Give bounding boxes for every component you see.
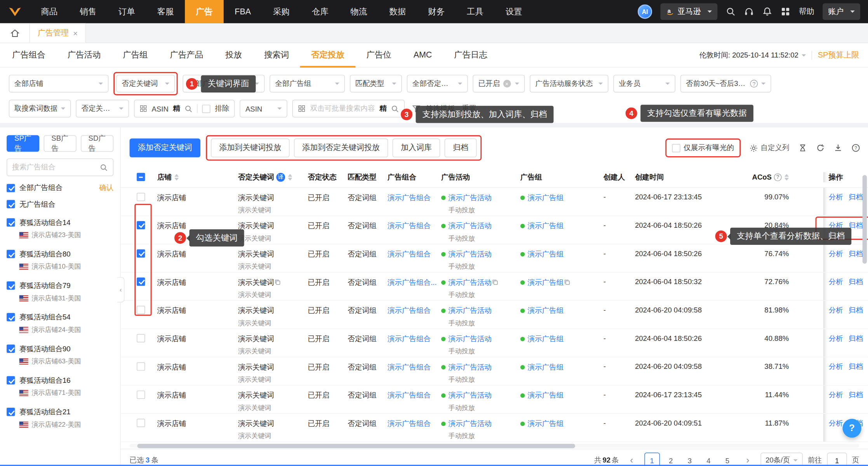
adgroup-link[interactable]: 演示广告组 bbox=[527, 306, 564, 316]
adgroup-link[interactable]: 演示广告组 bbox=[527, 334, 564, 344]
row-checkbox[interactable] bbox=[137, 362, 145, 370]
portfolio-link[interactable]: 演示广告组合 bbox=[388, 391, 431, 399]
filter-dropdown[interactable]: 匹配类型 bbox=[350, 75, 402, 93]
portfolio-checkbox[interactable] bbox=[7, 345, 15, 353]
app-logo[interactable] bbox=[0, 4, 30, 19]
filter-dropdown[interactable]: 否定关键词 bbox=[116, 75, 175, 93]
portfolio-checkbox[interactable] bbox=[7, 281, 15, 290]
sp-budget-link[interactable]: SP预算上限 bbox=[818, 50, 859, 60]
search-icon[interactable] bbox=[726, 7, 736, 17]
sidebar-collapse-handle[interactable]: ‹ bbox=[117, 277, 125, 303]
top-menu-item[interactable]: 商品 bbox=[30, 0, 69, 23]
subnav-tab[interactable]: 否定投放 bbox=[300, 43, 356, 67]
help-link[interactable]: 帮助 bbox=[799, 7, 814, 17]
filter-dropdown[interactable]: 全部广告组 bbox=[270, 75, 345, 93]
home-button[interactable] bbox=[0, 23, 30, 43]
portfolio-item[interactable]: 赛狐活动组合80演示店铺10-美国 bbox=[7, 245, 113, 276]
row-checkbox[interactable] bbox=[137, 334, 145, 342]
campaign-link[interactable]: 演示广告活动 bbox=[449, 249, 492, 259]
row-checkbox[interactable] bbox=[137, 193, 145, 201]
select-all-checkbox[interactable] bbox=[7, 184, 15, 192]
analyze-link[interactable]: 分析 bbox=[829, 249, 843, 258]
page-button[interactable]: 3 bbox=[682, 453, 698, 466]
portfolio-item[interactable]: 赛狐活动组合14演示店铺23-美国 bbox=[7, 213, 113, 245]
sort-icon[interactable] bbox=[174, 174, 179, 181]
campaign-link[interactable]: 演示广告活动 bbox=[449, 334, 492, 344]
subnav-tab[interactable]: 广告组 bbox=[112, 43, 159, 67]
portfolio-link[interactable]: 演示广告组合 bbox=[388, 193, 431, 201]
account-menu[interactable]: 账户 bbox=[823, 3, 860, 20]
marketplace-selector[interactable]: a 亚马逊 bbox=[660, 3, 717, 20]
top-menu-item[interactable]: 采购 bbox=[262, 0, 301, 23]
question-circle-icon[interactable]: ? bbox=[851, 143, 860, 152]
row-checkbox[interactable] bbox=[137, 306, 145, 314]
ad-type-tab[interactable]: SD广告 bbox=[81, 135, 114, 152]
exact-match-toggle[interactable]: 精 bbox=[379, 104, 387, 114]
subnav-tab[interactable]: 广告日志 bbox=[443, 43, 499, 67]
campaign-link[interactable]: 演示广告活动 bbox=[449, 419, 492, 429]
filter-dropdown[interactable]: 否前30天~否后30天? bbox=[680, 75, 771, 93]
page-size-select[interactable]: 20条/页 bbox=[760, 453, 802, 466]
portfolio-checkbox[interactable] bbox=[7, 218, 15, 227]
top-menu-item[interactable]: 设置 bbox=[494, 0, 533, 23]
portfolio-link[interactable]: 演示广告组合 bbox=[388, 363, 431, 371]
page-button[interactable]: 2 bbox=[663, 453, 678, 466]
subnav-tab[interactable]: 广告产品 bbox=[159, 43, 214, 67]
filter-dropdown[interactable]: 广告活动服务状态 bbox=[530, 75, 608, 93]
bulk-action-button[interactable]: 添加到否定关键词投放 bbox=[294, 138, 388, 157]
filter-dropdown[interactable]: 全部广告活动 bbox=[183, 75, 264, 93]
portfolio-item[interactable]: 赛狐活动组合16演示店铺71-美国 bbox=[7, 371, 113, 403]
campaign-link[interactable]: 演示广告活动 bbox=[449, 193, 492, 203]
analyze-link[interactable]: 分析 bbox=[829, 193, 843, 202]
refresh-icon[interactable] bbox=[816, 143, 825, 152]
top-menu-item[interactable]: FBA bbox=[224, 0, 262, 23]
portfolio-checkbox[interactable] bbox=[7, 250, 15, 258]
portfolio-item[interactable]: 赛狐活动组合54演示店铺24-美国 bbox=[7, 308, 113, 340]
subnav-tab[interactable]: 广告组合 bbox=[1, 43, 57, 67]
filter-dropdown[interactable]: 业务员 bbox=[613, 75, 675, 93]
horizontal-scrollbar[interactable] bbox=[137, 444, 575, 448]
archive-link[interactable]: 归档 bbox=[849, 193, 863, 202]
batch-grid-icon[interactable] bbox=[139, 105, 147, 112]
portfolio-link[interactable]: 演示广告组合 bbox=[388, 335, 431, 343]
portfolio-link[interactable]: 演示广告组合... bbox=[388, 278, 437, 286]
row-checkbox[interactable] bbox=[137, 391, 145, 399]
campaign-link[interactable]: 演示广告活动 bbox=[449, 278, 492, 288]
next-page-button[interactable]: › bbox=[740, 453, 756, 466]
row-checkbox[interactable] bbox=[137, 249, 145, 257]
ad-type-tab[interactable]: SP广告 bbox=[7, 135, 39, 152]
campaign-link[interactable]: 演示广告活动 bbox=[449, 391, 492, 401]
bulk-action-button[interactable]: 加入词库 bbox=[393, 138, 440, 157]
exact-match-toggle[interactable]: 精 bbox=[173, 104, 180, 114]
filter-dropdown[interactable]: 全部店铺 bbox=[9, 75, 109, 93]
close-icon[interactable]: × bbox=[73, 28, 78, 37]
top-menu-item[interactable]: 销售 bbox=[69, 0, 108, 23]
top-menu-item[interactable]: 订单 bbox=[108, 0, 146, 23]
adgroup-link[interactable]: 演示广告组 bbox=[527, 278, 564, 288]
batch-search-input[interactable]: 双击可批量搜索内容 bbox=[310, 104, 375, 114]
search-icon[interactable] bbox=[391, 105, 399, 113]
search-source-dropdown[interactable]: 取搜索词数据 bbox=[9, 100, 71, 118]
archive-link[interactable]: 归档 bbox=[849, 306, 863, 315]
subnav-tab[interactable]: AMC bbox=[402, 43, 443, 67]
hourglass-icon[interactable] bbox=[798, 143, 807, 152]
subnav-tab[interactable]: 投放 bbox=[214, 43, 253, 67]
archive-link[interactable]: 归档 bbox=[849, 334, 863, 343]
bulk-action-button[interactable]: 添加到关键词投放 bbox=[211, 138, 289, 157]
subnav-tab[interactable]: 广告活动 bbox=[56, 43, 112, 67]
analyze-link[interactable]: 分析 bbox=[829, 362, 843, 371]
portfolio-checkbox[interactable] bbox=[7, 408, 15, 416]
apps-grid-icon[interactable] bbox=[781, 7, 791, 17]
analyze-link[interactable]: 分析 bbox=[829, 306, 843, 315]
ad-type-tab[interactable]: SB广告 bbox=[43, 135, 76, 152]
adgroup-link[interactable]: 演示广告组 bbox=[527, 391, 564, 401]
confirm-button[interactable]: 确认 bbox=[99, 183, 113, 193]
archive-link[interactable]: 归档 bbox=[849, 278, 863, 286]
vertical-scrollbar[interactable] bbox=[863, 175, 867, 264]
adgroup-link[interactable]: 演示广告组 bbox=[527, 193, 564, 203]
neg-type-dropdown[interactable]: 否定关键词 bbox=[76, 100, 129, 118]
funnel-icon[interactable] bbox=[412, 104, 421, 113]
subnav-tab[interactable]: 搜索词 bbox=[253, 43, 300, 67]
analyze-link[interactable]: 分析 bbox=[829, 334, 843, 343]
archive-link[interactable]: 归档 bbox=[849, 221, 863, 230]
